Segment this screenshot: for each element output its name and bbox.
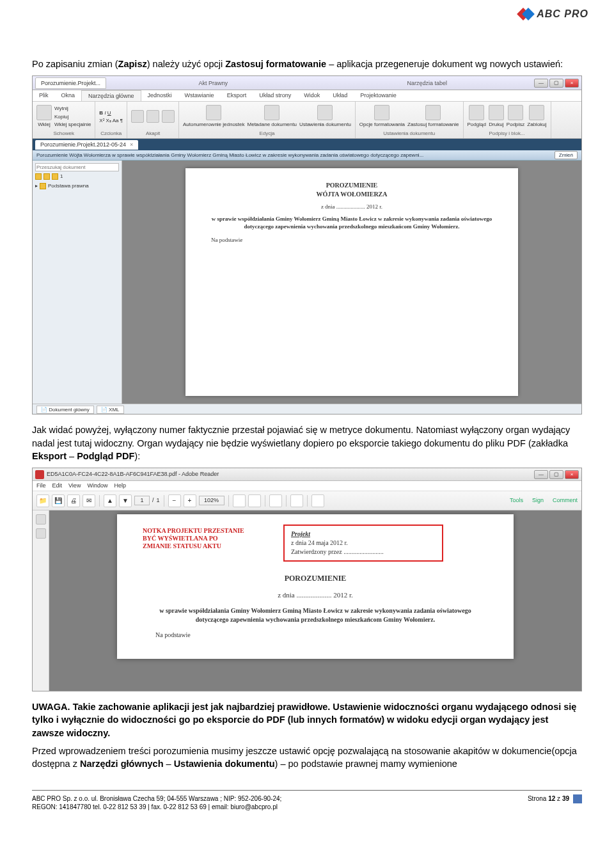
logo-icon bbox=[519, 6, 534, 22]
main-doc-button[interactable]: 📄 Dokument główny bbox=[36, 406, 94, 414]
copy-button[interactable]: Kopiuj bbox=[54, 113, 91, 120]
document-info-text: Porozumienie Wójta Wołomierza w sprawie … bbox=[36, 152, 423, 159]
save-icon[interactable]: 💾 bbox=[52, 494, 65, 507]
attachments-icon[interactable] bbox=[36, 528, 46, 539]
zoom-in-icon[interactable]: + bbox=[184, 494, 196, 507]
paste-button[interactable]: Wklej bbox=[36, 105, 52, 128]
metadata-button[interactable]: Metadane dokumentu bbox=[248, 105, 297, 128]
document-canvas[interactable]: POROZUMIENIE WÓJTA WOŁOMIERZA z dnia ...… bbox=[122, 161, 581, 404]
paste-special-button[interactable]: Wklej specjalnie bbox=[54, 121, 91, 128]
menu-help[interactable]: Help bbox=[114, 482, 126, 490]
screenshot-legislator-app: Porozumienie.Projekt... Akt Prawny Narzę… bbox=[32, 75, 582, 414]
tool-icon-3[interactable] bbox=[269, 494, 282, 507]
tab-uklad[interactable]: Układ bbox=[326, 90, 354, 101]
change-button[interactable]: Zmień bbox=[555, 151, 578, 159]
search-input[interactable] bbox=[35, 163, 119, 171]
tool-icon-2[interactable] bbox=[248, 494, 261, 507]
annotation-note: NOTKA PROJEKTU PRZESTANIE BYĆ WYŚWIETLAN… bbox=[143, 527, 244, 550]
reader-toolbar: 📁 💾 🖨 ✉ ▲ ▼ 1 / 1 − + 102% bbox=[33, 491, 581, 510]
tree-icon[interactable] bbox=[35, 173, 42, 180]
screenshot-adobe-reader: ED5A1C0A-FC24-4C22-8A1B-AF6C941FAE38.pdf… bbox=[32, 468, 582, 691]
document-tabbar: Porozumienie.Projekt.2012-05-24× bbox=[33, 139, 581, 150]
tool-icon-5[interactable] bbox=[311, 494, 324, 507]
reader-sidebar bbox=[33, 510, 49, 691]
window-controls: — ▢ × bbox=[534, 79, 579, 88]
pdf-subject: w sprawie współdziałania Gminy Wołomierz… bbox=[155, 606, 475, 624]
format-options-button[interactable]: Opcje formatowania bbox=[359, 105, 405, 128]
doc-body: Na podstawie bbox=[211, 236, 492, 244]
sign-button[interactable]: Podpisz bbox=[507, 105, 524, 128]
tab-uklad-strony[interactable]: Układ strony bbox=[253, 90, 297, 101]
maximize-button[interactable]: ▢ bbox=[549, 470, 563, 479]
ribbon: Wklej Wytnij Kopiuj Wklej specjalnie Sch… bbox=[33, 102, 581, 139]
zoom-out-icon[interactable]: − bbox=[168, 494, 181, 507]
open-file-icon[interactable]: 📁 bbox=[36, 494, 49, 507]
sign-link[interactable]: Sign bbox=[532, 496, 544, 505]
page-current[interactable]: 1 bbox=[134, 496, 150, 505]
menu-window[interactable]: Window bbox=[87, 482, 107, 490]
document-info-bar: Porozumienie Wójta Wołomierza w sprawie … bbox=[33, 150, 581, 161]
ribbon-tabs: Plik Okna Narzędzia główne Jednostki Wst… bbox=[33, 90, 581, 102]
mail-icon[interactable]: ✉ bbox=[83, 494, 95, 507]
autonumber-button[interactable]: Autonumerownie jednostek bbox=[183, 105, 245, 128]
print-button[interactable]: Drukuj bbox=[489, 105, 504, 128]
comment-link[interactable]: Comment bbox=[553, 496, 578, 505]
tab-eksport[interactable]: Eksport bbox=[221, 90, 253, 101]
tab-narzedzia-glowne[interactable]: Narzędzia główne bbox=[81, 90, 141, 101]
menu-file[interactable]: File bbox=[36, 482, 46, 490]
align-icon[interactable] bbox=[131, 110, 144, 123]
document-tab[interactable]: Porozumienie.Projekt.2012-05-24× bbox=[35, 140, 138, 150]
close-button[interactable]: × bbox=[565, 470, 579, 479]
tab-widok[interactable]: Widok bbox=[297, 90, 326, 101]
font-bold-italic-underline[interactable]: B I U bbox=[99, 109, 123, 116]
zoom-level[interactable]: 102% bbox=[199, 496, 224, 505]
tab-wstawianie[interactable]: Wstawianie bbox=[178, 90, 221, 101]
thumbnails-icon[interactable] bbox=[36, 514, 46, 525]
pdf-body: Na podstawie bbox=[155, 631, 475, 640]
close-button[interactable]: × bbox=[565, 79, 579, 88]
align-icon-3[interactable] bbox=[162, 110, 175, 123]
minimize-button[interactable]: — bbox=[534, 79, 548, 88]
tree-item-podstawa-prawna[interactable]: ▸Podstawa prawna bbox=[35, 181, 119, 191]
doc-title-2: WÓJTA WOŁOMIERZA bbox=[211, 190, 492, 199]
xml-button[interactable]: 📄 XML bbox=[97, 406, 124, 414]
ribbon-group-ustawienia-dokumentu: Opcje formatowania Zastosuj formatowanie… bbox=[356, 102, 464, 138]
menu-view[interactable]: View bbox=[68, 482, 81, 490]
tab-okna[interactable]: Okna bbox=[55, 90, 82, 101]
settings-button[interactable]: Ustawienia dokumentu bbox=[299, 105, 351, 128]
ribbon-group-czcionka: B I U X² X₂ Aa ¶ Czcionka bbox=[95, 102, 127, 138]
page-down-icon[interactable]: ▼ bbox=[119, 494, 132, 507]
tab-projektowanie[interactable]: Projektowanie bbox=[354, 90, 403, 101]
lock-button[interactable]: Zablokuj bbox=[527, 105, 546, 128]
tab-close-icon[interactable]: × bbox=[130, 141, 133, 148]
tool-icon-1[interactable] bbox=[233, 494, 246, 507]
pdf-date: z dnia .................... 2012 r. bbox=[155, 590, 475, 600]
align-icon-2[interactable] bbox=[146, 110, 159, 123]
apply-format-button[interactable]: Zastosuj formatowanie bbox=[407, 105, 459, 128]
print-icon[interactable]: 🖨 bbox=[67, 494, 80, 507]
tab-jednostki[interactable]: Jednostki bbox=[141, 90, 178, 101]
preview-button[interactable]: Podgląd bbox=[468, 105, 486, 128]
tree-icon[interactable] bbox=[43, 173, 50, 180]
document-page: POROZUMIENIE WÓJTA WOŁOMIERZA z dnia ...… bbox=[185, 168, 518, 396]
page-footer: ABC PRO Sp. z o.o. ul. Bronisława Czecha… bbox=[32, 790, 582, 811]
paragraph-1: Po zapisaniu zmian (Zapisz) należy użyć … bbox=[32, 58, 582, 70]
format-options-icon bbox=[374, 105, 390, 120]
orb-button[interactable]: Porozumienie.Projekt... bbox=[35, 77, 106, 90]
page-up-icon[interactable]: ▲ bbox=[104, 494, 116, 507]
tool-icon-4[interactable] bbox=[290, 494, 303, 507]
reader-canvas[interactable]: NOTKA PROJEKTU PRZESTANIE BYĆ WYŚWIETLAN… bbox=[49, 510, 581, 691]
maximize-button[interactable]: ▢ bbox=[549, 79, 563, 88]
tools-link[interactable]: Tools bbox=[510, 496, 523, 505]
doc-subject: w sprawie współdziałania Gminy Wołomierz… bbox=[211, 215, 492, 231]
sidebar: 1 ▸Podstawa prawna bbox=[33, 161, 122, 404]
menu-edit[interactable]: Edit bbox=[52, 482, 63, 490]
tree-icon[interactable] bbox=[52, 173, 58, 180]
font-misc[interactable]: X² X₂ Aa ¶ bbox=[99, 117, 123, 124]
minimize-button[interactable]: — bbox=[534, 470, 548, 479]
adobe-icon bbox=[35, 470, 44, 479]
tab-plik[interactable]: Plik bbox=[33, 90, 55, 101]
autonumber-icon bbox=[206, 105, 221, 120]
cut-button[interactable]: Wytnij bbox=[54, 105, 91, 112]
reader-titlebar: ED5A1C0A-FC24-4C22-8A1B-AF6C941FAE38.pdf… bbox=[33, 468, 581, 481]
